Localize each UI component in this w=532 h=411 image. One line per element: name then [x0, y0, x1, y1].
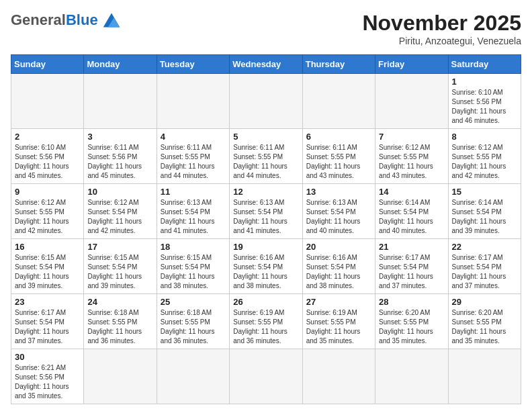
calendar-header-row: SundayMondayTuesdayWednesdayThursdayFrid…	[11, 55, 521, 74]
day-number: 27	[306, 297, 371, 307]
calendar-day-cell: 8Sunrise: 6:12 AM Sunset: 5:55 PM Daylig…	[448, 129, 521, 184]
day-number: 25	[161, 297, 226, 307]
title-area: November 2025 Piritu, Anzoategui, Venezu…	[362, 11, 521, 46]
day-of-week-header: Monday	[84, 55, 157, 74]
day-number: 5	[233, 132, 298, 142]
day-info: Sunrise: 6:15 AM Sunset: 5:54 PM Dayligh…	[87, 253, 152, 291]
day-number: 13	[306, 187, 371, 197]
day-of-week-header: Friday	[375, 55, 448, 74]
calendar-day-cell	[302, 349, 375, 404]
calendar-day-cell: 7Sunrise: 6:12 AM Sunset: 5:55 PM Daylig…	[375, 129, 448, 184]
day-number: 16	[15, 242, 80, 252]
calendar-table: SundayMondayTuesdayWednesdayThursdayFrid…	[11, 54, 521, 404]
day-number: 24	[87, 297, 152, 307]
header: General Blue November 2025 Piritu, Anzoa…	[11, 11, 521, 46]
calendar-day-cell: 19Sunrise: 6:16 AM Sunset: 5:54 PM Dayli…	[230, 239, 302, 294]
calendar-day-cell: 14Sunrise: 6:14 AM Sunset: 5:54 PM Dayli…	[375, 184, 448, 239]
day-info: Sunrise: 6:17 AM Sunset: 5:54 PM Dayligh…	[379, 253, 444, 291]
calendar-day-cell	[11, 74, 84, 129]
day-info: Sunrise: 6:12 AM Sunset: 5:55 PM Dayligh…	[15, 198, 80, 236]
logo-icon	[101, 11, 122, 30]
logo-area: General Blue	[11, 11, 122, 30]
day-of-week-header: Tuesday	[157, 55, 229, 74]
day-info: Sunrise: 6:21 AM Sunset: 5:56 PM Dayligh…	[15, 363, 80, 401]
day-number: 20	[306, 242, 371, 252]
location-subtitle: Piritu, Anzoategui, Venezuela	[362, 36, 521, 46]
day-number: 11	[161, 187, 226, 197]
day-of-week-header: Saturday	[448, 55, 521, 74]
day-number: 7	[379, 132, 444, 142]
day-of-week-header: Sunday	[11, 55, 84, 74]
month-title: November 2025	[362, 11, 521, 36]
calendar-week-row: 1Sunrise: 6:10 AM Sunset: 5:56 PM Daylig…	[11, 74, 521, 129]
calendar-day-cell	[230, 74, 302, 129]
day-number: 26	[233, 297, 298, 307]
day-number: 2	[15, 132, 80, 142]
day-info: Sunrise: 6:18 AM Sunset: 5:55 PM Dayligh…	[161, 308, 226, 346]
calendar-day-cell: 15Sunrise: 6:14 AM Sunset: 5:54 PM Dayli…	[448, 184, 521, 239]
logo-blue-text: Blue	[66, 11, 98, 29]
day-info: Sunrise: 6:13 AM Sunset: 5:54 PM Dayligh…	[161, 198, 226, 236]
day-info: Sunrise: 6:13 AM Sunset: 5:54 PM Dayligh…	[233, 198, 298, 236]
calendar-day-cell	[230, 349, 302, 404]
day-number: 21	[379, 242, 444, 252]
calendar-day-cell	[448, 349, 521, 404]
calendar-day-cell	[84, 349, 157, 404]
day-number: 29	[452, 297, 517, 307]
day-number: 1	[452, 77, 517, 87]
day-number: 9	[15, 187, 80, 197]
calendar-week-row: 2Sunrise: 6:10 AM Sunset: 5:56 PM Daylig…	[11, 129, 521, 184]
day-info: Sunrise: 6:17 AM Sunset: 5:54 PM Dayligh…	[15, 308, 80, 346]
day-info: Sunrise: 6:19 AM Sunset: 5:55 PM Dayligh…	[306, 308, 371, 346]
calendar-day-cell: 24Sunrise: 6:18 AM Sunset: 5:55 PM Dayli…	[84, 294, 157, 349]
day-number: 15	[452, 187, 517, 197]
day-number: 8	[452, 132, 517, 142]
calendar-day-cell	[375, 349, 448, 404]
day-info: Sunrise: 6:11 AM Sunset: 5:56 PM Dayligh…	[87, 143, 152, 181]
calendar-day-cell	[157, 74, 229, 129]
day-info: Sunrise: 6:17 AM Sunset: 5:54 PM Dayligh…	[452, 253, 517, 291]
day-info: Sunrise: 6:11 AM Sunset: 5:55 PM Dayligh…	[161, 143, 226, 181]
day-info: Sunrise: 6:20 AM Sunset: 5:55 PM Dayligh…	[452, 308, 517, 346]
calendar-day-cell: 4Sunrise: 6:11 AM Sunset: 5:55 PM Daylig…	[157, 129, 229, 184]
calendar-day-cell: 2Sunrise: 6:10 AM Sunset: 5:56 PM Daylig…	[11, 129, 84, 184]
day-of-week-header: Thursday	[302, 55, 375, 74]
calendar-day-cell: 12Sunrise: 6:13 AM Sunset: 5:54 PM Dayli…	[230, 184, 302, 239]
calendar-day-cell: 1Sunrise: 6:10 AM Sunset: 5:56 PM Daylig…	[448, 74, 521, 129]
calendar-day-cell: 17Sunrise: 6:15 AM Sunset: 5:54 PM Dayli…	[84, 239, 157, 294]
calendar-day-cell: 26Sunrise: 6:19 AM Sunset: 5:55 PM Dayli…	[230, 294, 302, 349]
day-number: 10	[87, 187, 152, 197]
calendar-day-cell: 18Sunrise: 6:15 AM Sunset: 5:54 PM Dayli…	[157, 239, 229, 294]
logo: General Blue	[11, 11, 122, 30]
day-of-week-header: Wednesday	[230, 55, 302, 74]
day-number: 28	[379, 297, 444, 307]
calendar-day-cell: 28Sunrise: 6:20 AM Sunset: 5:55 PM Dayli…	[375, 294, 448, 349]
day-number: 22	[452, 242, 517, 252]
calendar-day-cell: 25Sunrise: 6:18 AM Sunset: 5:55 PM Dayli…	[157, 294, 229, 349]
calendar-day-cell	[84, 74, 157, 129]
day-number: 6	[306, 132, 371, 142]
day-info: Sunrise: 6:15 AM Sunset: 5:54 PM Dayligh…	[161, 253, 226, 291]
day-info: Sunrise: 6:11 AM Sunset: 5:55 PM Dayligh…	[233, 143, 298, 181]
calendar-day-cell	[302, 74, 375, 129]
day-info: Sunrise: 6:12 AM Sunset: 5:55 PM Dayligh…	[379, 143, 444, 181]
day-info: Sunrise: 6:18 AM Sunset: 5:55 PM Dayligh…	[87, 308, 152, 346]
day-number: 12	[233, 187, 298, 197]
calendar-day-cell: 10Sunrise: 6:12 AM Sunset: 5:54 PM Dayli…	[84, 184, 157, 239]
day-info: Sunrise: 6:16 AM Sunset: 5:54 PM Dayligh…	[306, 253, 371, 291]
calendar-day-cell: 3Sunrise: 6:11 AM Sunset: 5:56 PM Daylig…	[84, 129, 157, 184]
calendar-week-row: 30Sunrise: 6:21 AM Sunset: 5:56 PM Dayli…	[11, 349, 521, 404]
calendar-day-cell: 13Sunrise: 6:13 AM Sunset: 5:54 PM Dayli…	[302, 184, 375, 239]
day-number: 17	[87, 242, 152, 252]
day-info: Sunrise: 6:15 AM Sunset: 5:54 PM Dayligh…	[15, 253, 80, 291]
day-info: Sunrise: 6:12 AM Sunset: 5:54 PM Dayligh…	[87, 198, 152, 236]
day-number: 3	[87, 132, 152, 142]
calendar-week-row: 9Sunrise: 6:12 AM Sunset: 5:55 PM Daylig…	[11, 184, 521, 239]
calendar-week-row: 16Sunrise: 6:15 AM Sunset: 5:54 PM Dayli…	[11, 239, 521, 294]
calendar-day-cell: 30Sunrise: 6:21 AM Sunset: 5:56 PM Dayli…	[11, 349, 84, 404]
calendar-day-cell: 9Sunrise: 6:12 AM Sunset: 5:55 PM Daylig…	[11, 184, 84, 239]
day-info: Sunrise: 6:13 AM Sunset: 5:54 PM Dayligh…	[306, 198, 371, 236]
day-info: Sunrise: 6:12 AM Sunset: 5:55 PM Dayligh…	[452, 143, 517, 181]
day-info: Sunrise: 6:20 AM Sunset: 5:55 PM Dayligh…	[379, 308, 444, 346]
calendar-day-cell	[157, 349, 229, 404]
